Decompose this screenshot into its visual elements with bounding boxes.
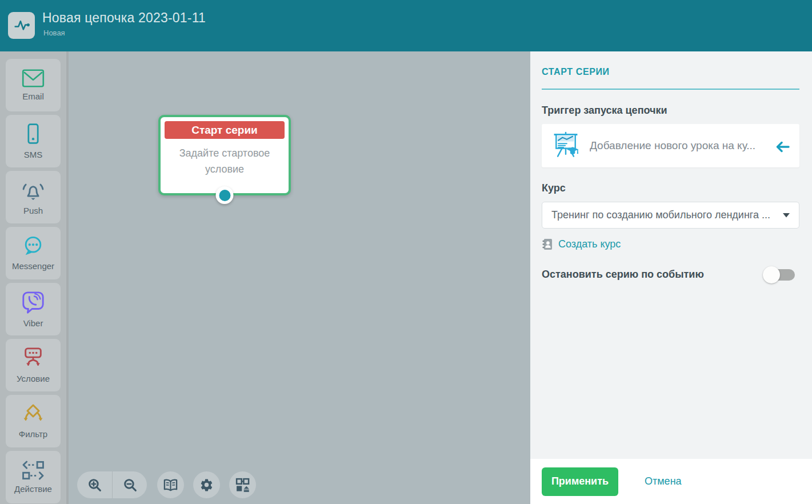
panel-divider — [542, 89, 799, 90]
panel-footer: Применить Отмена — [530, 459, 812, 504]
condition-branch-icon — [21, 347, 45, 370]
create-course-link[interactable]: Создать курс — [542, 238, 621, 250]
toggle-knob — [763, 266, 780, 283]
stop-series-toggle[interactable] — [770, 269, 795, 281]
filter-diamond-icon — [21, 403, 46, 425]
course-select[interactable]: Тренинг по созданию мобильного лендинга … — [542, 202, 799, 229]
sidebar-item-label: Messenger — [12, 261, 54, 271]
sidebar-item-condition[interactable]: Условие — [6, 339, 61, 391]
sidebar-item-label: Фильтр — [19, 429, 47, 439]
sidebar-item-label: Условие — [17, 374, 50, 383]
chat-bubble-icon — [21, 235, 45, 257]
connector-dot-icon — [219, 190, 230, 201]
smartphone-icon — [22, 123, 45, 146]
pulse-icon — [12, 16, 31, 35]
elements-sidebar: Email SMS Push — [0, 51, 69, 504]
sidebar-item-label: Push — [23, 206, 43, 215]
chevron-down-icon — [783, 213, 790, 218]
apply-button[interactable]: Применить — [542, 467, 618, 496]
course-label: Курс — [542, 182, 799, 194]
app-logo — [8, 12, 35, 39]
sidebar-item-push[interactable]: Push — [6, 171, 61, 223]
title-block: Новая цепочка 2023-01-11 Новая — [42, 10, 206, 37]
panel-title: СТАРТ СЕРИИ — [542, 67, 799, 77]
course-lesson-icon — [551, 131, 581, 161]
flow-canvas[interactable]: Старт серии Задайте стартовое условие — [71, 51, 530, 504]
sidebar-item-label: SMS — [24, 150, 43, 159]
stop-series-label: Остановить серию по событию — [542, 269, 704, 281]
arrow-left-icon — [775, 141, 790, 153]
action-flow-icon — [21, 461, 45, 480]
node-header: Старт серии — [165, 121, 285, 139]
address-book-icon — [542, 238, 553, 250]
auto-layout-button[interactable] — [229, 471, 256, 498]
sidebar-item-label: Действие — [14, 484, 52, 494]
page-subtitle: Новая — [43, 29, 206, 37]
sidebar-item-action[interactable]: Действие — [6, 451, 61, 503]
zoom-out-button[interactable] — [112, 471, 147, 498]
start-series-node[interactable]: Старт серии Задайте стартовое условие — [158, 115, 291, 195]
gear-icon — [199, 478, 214, 492]
automation-flow-editor: Новая цепочка 2023-01-11 Новая — [0, 0, 812, 504]
trigger-card[interactable]: Добавление нового урока на ку... — [542, 124, 799, 167]
sidebar-item-label: Email — [22, 91, 44, 101]
create-course-label: Создать курс — [558, 238, 621, 250]
node-connector[interactable] — [216, 186, 234, 204]
panel-content: СТАРТ СЕРИИ Триггер запуска цепочки — [530, 51, 812, 459]
trigger-value: Добавление нового урока на ку... — [590, 139, 771, 152]
zoom-in-icon — [87, 478, 102, 492]
sidebar-item-viber[interactable]: Viber — [6, 283, 61, 335]
viber-icon — [21, 290, 45, 314]
sidebar-item-label: Viber — [23, 318, 43, 328]
node-body-text: Задайте стартовое условие — [161, 146, 289, 178]
envelope-icon — [22, 69, 45, 87]
sidebar-item-messenger[interactable]: Messenger — [6, 227, 61, 279]
bell-icon — [21, 179, 46, 202]
canvas-settings-button[interactable] — [193, 471, 220, 498]
guide-button[interactable] — [157, 471, 184, 498]
settings-panel: СТАРТ СЕРИИ Триггер запуска цепочки — [530, 51, 812, 504]
course-select-value: Тренинг по созданию мобильного лендинга … — [551, 209, 783, 221]
cancel-button[interactable]: Отмена — [645, 475, 682, 487]
zoom-out-icon — [123, 478, 137, 492]
sidebar-item-filter[interactable]: Фильтр — [6, 395, 61, 447]
trigger-label: Триггер запуска цепочки — [542, 105, 799, 117]
header: Новая цепочка 2023-01-11 Новая — [0, 0, 812, 51]
stop-series-row: Остановить серию по событию — [542, 269, 799, 281]
schema-icon — [235, 478, 250, 492]
zoom-in-button[interactable] — [77, 471, 112, 498]
canvas-toolbar — [77, 471, 256, 498]
sidebar-item-email[interactable]: Email — [6, 59, 61, 111]
zoom-controls — [77, 471, 147, 498]
book-icon — [163, 478, 178, 492]
trigger-back-button[interactable] — [771, 138, 790, 153]
sidebar-item-sms[interactable]: SMS — [6, 115, 61, 167]
page-title: Новая цепочка 2023-01-11 — [42, 10, 206, 26]
